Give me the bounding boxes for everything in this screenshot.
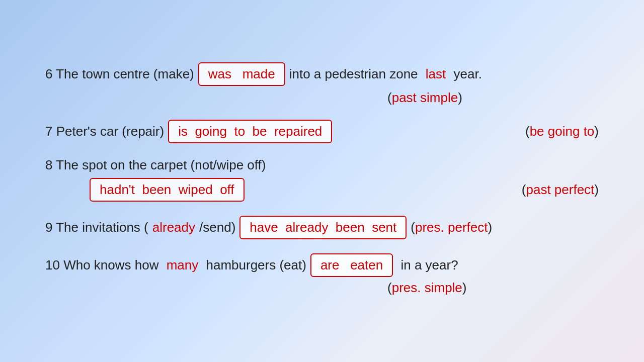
ex6-suffix-after: year. [450, 66, 482, 82]
ex9-text-mid: /send) [199, 220, 235, 235]
ex10-top-row: 10 Who knows how many hamburgers (eat) a… [45, 253, 599, 277]
exercise-row-7: 7 Peter's car (repair) is going to be re… [45, 120, 599, 143]
ex6-answer: was made [208, 66, 275, 82]
ex6-hint: (past simple) [387, 90, 462, 106]
ex8-hint-red: past perfect [526, 182, 594, 197]
ex10-many: many [167, 257, 199, 273]
ex10-hint-red: pres. simple [392, 280, 462, 295]
ex9-text-prefix: 9 The invitations ( [45, 220, 148, 235]
ex6-suffix-before: into a pedestrian zone [289, 66, 422, 82]
ex10-hint: (pres. simple) [387, 280, 467, 296]
ex10-answer: are eaten [320, 257, 383, 273]
ex8-answer-row: hadn't been wiped off (past perfect) [45, 178, 599, 202]
ex9-answer: have already been sent [250, 220, 396, 235]
ex10-answer-box: are eaten [310, 253, 393, 277]
ex10-text-mid: hamburgers (eat) [202, 257, 306, 273]
main-container: 6 The town centre (make) was made into a… [20, 47, 624, 315]
ex10-hint-row: (pres. simple) [45, 280, 599, 296]
ex6-text: 6 The town centre (make) [45, 66, 194, 82]
ex10-text-prefix: 10 Who knows how [45, 257, 163, 273]
ex6-highlight-last: last [426, 66, 446, 82]
ex9-hint-red: pres. perfect [415, 220, 488, 235]
ex6-hint-red: past simple [392, 90, 458, 105]
ex8-label-row: 8 The spot on the carpet (not/wipe off) [45, 157, 599, 173]
exercise-row-6: 6 The town centre (make) was made into a… [45, 62, 599, 106]
ex9-already: already [152, 220, 195, 235]
exercise-row-8: 8 The spot on the carpet (not/wipe off) … [45, 157, 599, 202]
ex6-answer-box: was made [198, 62, 285, 86]
ex8-text: 8 The spot on the carpet (not/wipe off) [45, 157, 266, 173]
ex8-answer: hadn't been wiped off [100, 182, 234, 198]
exercise-row-10: 10 Who knows how many hamburgers (eat) a… [45, 253, 599, 296]
ex8-hint: (past perfect) [522, 182, 599, 198]
ex7-answer: is going to be repaired [178, 124, 322, 139]
ex7-answer-box: is going to be repaired [168, 120, 332, 143]
ex9-hint: (pres. perfect) [411, 220, 492, 235]
ex9-answer-box: have already been sent [239, 216, 407, 239]
ex7-text: 7 Peter's car (repair) [45, 124, 164, 139]
ex7-hint: (be going to) [525, 124, 599, 139]
exercise-row-9: 9 The invitations (already/send) have al… [45, 216, 599, 239]
ex8-answer-box: hadn't been wiped off [90, 178, 245, 202]
ex10-suffix: in a year? [397, 257, 458, 273]
ex7-hint-red: be going to [530, 124, 595, 139]
